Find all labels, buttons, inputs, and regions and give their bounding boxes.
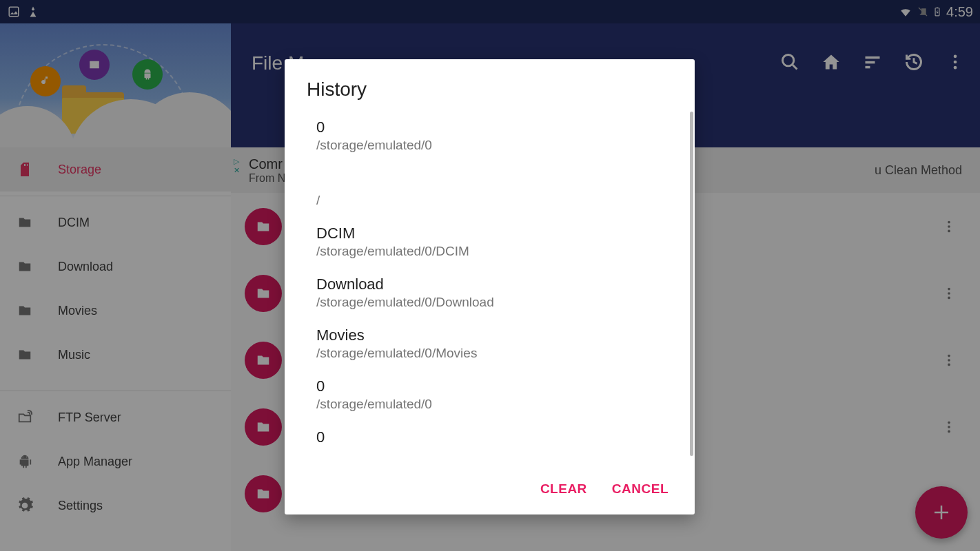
history-item[interactable]: 0 /storage/emulated/0 — [316, 372, 673, 423]
history-item[interactable]: 0 — [316, 423, 673, 459]
history-dialog: History 0 /storage/emulated/0 / DCIM /st… — [285, 59, 695, 514]
history-path: / — [316, 193, 673, 208]
dialog-body[interactable]: 0 /storage/emulated/0 / DCIM /storage/em… — [285, 113, 695, 466]
history-name: Movies — [316, 326, 673, 344]
history-name: DCIM — [316, 225, 673, 242]
history-path: /storage/emulated/0/DCIM — [316, 244, 673, 259]
history-path: /storage/emulated/0 — [316, 138, 673, 153]
cancel-button[interactable]: CANCEL — [606, 475, 674, 503]
history-item[interactable]: 0 /storage/emulated/0 — [316, 113, 673, 164]
history-path: /storage/emulated/0/Movies — [316, 346, 673, 361]
history-item[interactable]: Download /storage/emulated/0/Download — [316, 270, 673, 321]
history-path: /storage/emulated/0/Download — [316, 295, 673, 310]
clear-button[interactable]: CLEAR — [535, 475, 593, 503]
history-item[interactable]: Movies /storage/emulated/0/Movies — [316, 321, 673, 372]
history-path: /storage/emulated/0 — [316, 397, 673, 412]
history-name: 0 — [316, 428, 673, 446]
history-name: 0 — [316, 377, 673, 395]
scrollbar[interactable] — [690, 113, 693, 456]
history-item[interactable]: / — [316, 186, 673, 219]
history-item[interactable]: DCIM /storage/emulated/0/DCIM — [316, 219, 673, 270]
history-name: 0 — [316, 118, 673, 136]
history-name: Download — [316, 276, 673, 293]
dialog-title: History — [285, 59, 695, 113]
